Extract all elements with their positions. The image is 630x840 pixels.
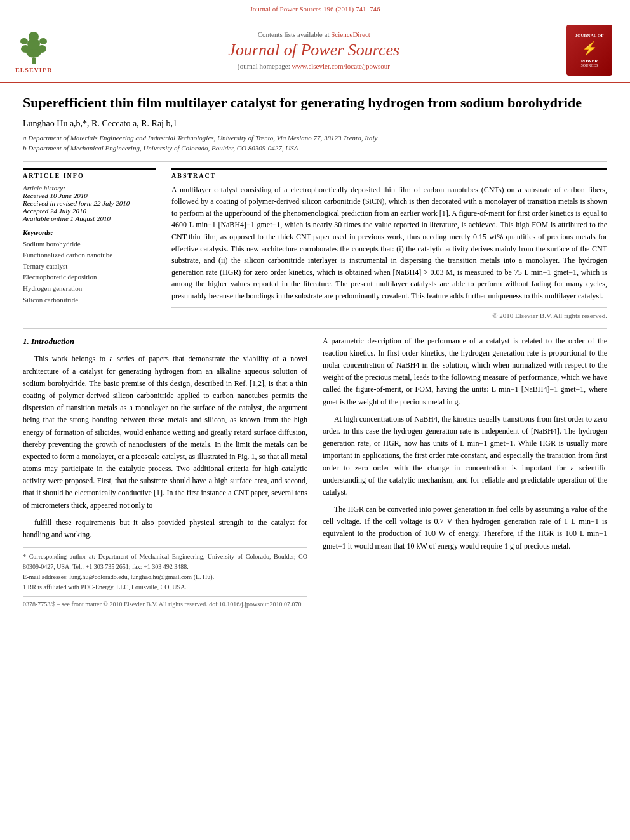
badge-title-line1: JOURNAL OF xyxy=(575,33,604,38)
badge-title-line2: POWER xyxy=(581,58,598,63)
available-date: Available online 1 August 2010 xyxy=(23,215,156,222)
badge-title-line3: SOURCES xyxy=(580,63,598,67)
keyword-5: Hydrogen generation xyxy=(23,283,156,295)
svg-rect-0 xyxy=(32,58,36,64)
svg-point-5 xyxy=(37,45,46,53)
footer-copyright: 0378-7753/$ – see front matter © 2010 El… xyxy=(23,596,307,610)
svg-point-4 xyxy=(21,45,30,53)
journal-volume-link[interactable]: Journal of Power Sources 196 (2011) 741–… xyxy=(250,5,380,13)
journal-header: ELSEVIER Contents lists available at Sci… xyxy=(0,17,630,83)
footnotes: * Corresponding author at: Department of… xyxy=(23,547,307,592)
keyword-1: Sodium borohydride xyxy=(23,239,156,250)
abstract-text: A multilayer catalyst consisting of a el… xyxy=(171,184,607,302)
science-direct-link[interactable]: ScienceDirect xyxy=(331,30,370,38)
body-para-1: This work belongs to a series of papers … xyxy=(23,353,307,511)
lightning-icon: ⚡ xyxy=(582,41,598,56)
keywords-section: Keywords: Sodium borohydride Functionali… xyxy=(23,229,156,306)
affiliation-b: b Department of Mechanical Engineering, … xyxy=(23,143,607,154)
keywords-heading: Keywords: xyxy=(23,229,156,236)
keywords-list: Sodium borohydride Functionalized carbon… xyxy=(23,239,156,306)
body-para-r3: The HGR can be converted into power gene… xyxy=(323,503,607,552)
article-history: Article history: Received 10 June 2010 R… xyxy=(23,184,156,222)
elsevier-label: ELSEVIER xyxy=(15,67,53,74)
header-right: JOURNAL OF ⚡ POWER SOURCES xyxy=(564,25,615,76)
journal-url-prefix: journal homepage: xyxy=(238,62,290,70)
elsevier-logo: ELSEVIER xyxy=(15,27,53,74)
journal-title: Journal of Power Sources xyxy=(64,41,564,60)
content-available-line: Contents lists available at ScienceDirec… xyxy=(64,30,564,38)
footnote-corresponding: * Corresponding author at: Department of… xyxy=(23,552,307,572)
main-content: Superefficient thin film multilayer cata… xyxy=(0,83,630,622)
body-para-r2: At high concentrations of NaBH4, the kin… xyxy=(323,413,607,498)
revised-date: Received in revised form 22 July 2010 xyxy=(23,199,156,207)
section-1-title: 1. Introduction xyxy=(23,335,307,349)
keyword-6: Silicon carbonitride xyxy=(23,295,156,306)
article-info-heading: Article Info xyxy=(23,168,156,179)
journal-url-link[interactable]: www.elsevier.com/locate/jpowsour xyxy=(292,62,390,70)
header-left: ELSEVIER xyxy=(15,27,64,74)
affiliations: a Department of Materials Engineering an… xyxy=(23,133,607,154)
abstract-panel: Abstract A multilayer catalyst consistin… xyxy=(171,168,607,319)
abstract-copyright: © 2010 Elsevier B.V. All rights reserved… xyxy=(171,307,607,319)
history-heading: Article history: xyxy=(23,184,156,192)
keyword-3: Ternary catalyst xyxy=(23,261,156,272)
svg-point-7 xyxy=(39,38,47,44)
top-bar: Journal of Power Sources 196 (2011) 741–… xyxy=(0,0,630,17)
body-col-left: 1. Introduction This work belongs to a s… xyxy=(23,335,307,610)
accepted-date: Accepted 24 July 2010 xyxy=(23,207,156,215)
journal-url-line: journal homepage: www.elsevier.com/locat… xyxy=(64,62,564,70)
body-para-r1: A parametric description of the performa… xyxy=(323,335,607,408)
body-col-right: A parametric description of the performa… xyxy=(323,335,607,610)
journal-badge: JOURNAL OF ⚡ POWER SOURCES xyxy=(566,25,612,76)
authors-line: Lunghao Hu a,b,*, R. Ceccato a, R. Raj b… xyxy=(23,119,607,129)
info-abstract-row: Article Info Article history: Received 1… xyxy=(23,168,607,319)
content-text: Contents lists available at xyxy=(258,30,330,38)
divider-1 xyxy=(23,161,607,162)
body-para-2: fulfill these requirements but it also p… xyxy=(23,517,307,541)
divider-2 xyxy=(23,328,607,329)
header-center: Contents lists available at ScienceDirec… xyxy=(64,30,564,70)
keyword-4: Electrophoretic deposition xyxy=(23,272,156,283)
svg-point-3 xyxy=(29,32,39,42)
received-date: Received 10 June 2010 xyxy=(23,192,156,199)
abstract-heading: Abstract xyxy=(171,168,607,179)
elsevier-tree-icon xyxy=(17,27,51,65)
article-info-panel: Article Info Article history: Received 1… xyxy=(23,168,156,319)
footnote-1: 1 RR is affiliated with PDC-Energy, LLC,… xyxy=(23,582,307,592)
keyword-2: Functionalized carbon nanotube xyxy=(23,250,156,261)
affiliation-a: a Department of Materials Engineering an… xyxy=(23,133,607,143)
footnote-email: E-mail addresses: lung.hu@colorado.edu, … xyxy=(23,572,307,582)
body-text: 1. Introduction This work belongs to a s… xyxy=(23,335,607,610)
article-title: Superefficient thin film multilayer cata… xyxy=(23,93,607,112)
svg-point-6 xyxy=(20,38,28,44)
